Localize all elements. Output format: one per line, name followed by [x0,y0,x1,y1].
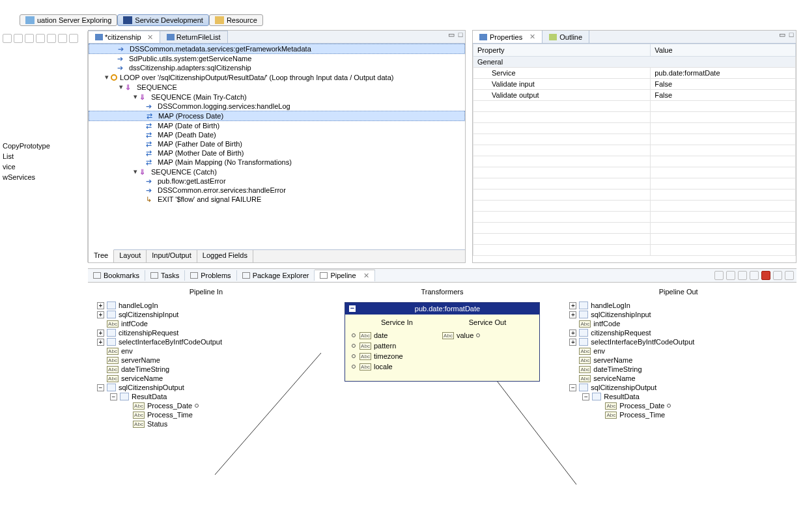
pipeline-node[interactable]: AbcintfCode [93,319,319,328]
expand-icon[interactable]: + [97,302,104,309]
tab-bookmarks[interactable]: Bookmarks [88,270,145,281]
flow-step[interactable]: ➔dssCitizenship.adapters:sqlCitizenship [89,63,465,72]
pipeline-node[interactable]: AbcserverName [93,356,319,365]
tab-io[interactable]: Input/Output [147,250,197,262]
flow-step[interactable]: ➔DSSCommon.metadata.services:getFramewor… [89,44,465,54]
col-value[interactable]: Value [651,44,796,57]
flow-step[interactable]: ▾LOOP over '/sqlCitizenshipOutput/Result… [89,72,465,82]
port-icon[interactable] [352,344,356,348]
group-general[interactable]: General [473,57,796,68]
collapse-icon[interactable]: − [349,305,356,312]
expand-icon[interactable]: − [569,384,576,391]
service-out-field[interactable]: Abcvalue [442,330,533,341]
perspective-server-exploring[interactable]: uation Server Exploring [20,14,117,26]
flow-step[interactable]: ⇄MAP (Death Date) [89,130,465,139]
pipeline-node[interactable]: AbcProcess_Time [93,410,319,419]
prop-validate-output[interactable]: Validate output [473,90,651,101]
service-in-field[interactable]: Abcpattern [352,341,442,351]
val-validate-output[interactable]: False [651,90,796,101]
service-in-field[interactable]: Abcdate [352,330,442,341]
link-icon[interactable] [714,271,724,280]
twisty-icon[interactable]: ▾ [103,73,111,81]
expand-icon[interactable]: + [569,329,576,337]
pipeline-node[interactable]: +citizenshipRequest [93,328,319,337]
service-in-field[interactable]: Abclocale [352,361,442,372]
maximize-icon[interactable]: □ [787,31,796,43]
col-property[interactable]: Property [473,44,651,57]
sidebar-item[interactable]: List [3,151,85,161]
pipeline-node[interactable]: −sqlCitizenshipOutput [565,383,791,392]
close-icon[interactable]: ✕ [363,272,369,280]
close-icon[interactable]: ✕ [147,33,153,42]
minimize-icon[interactable]: ▭ [447,31,456,43]
pipeline-node[interactable]: AbcserverName [565,356,791,365]
port-icon[interactable] [667,404,671,408]
expand-icon[interactable]: − [110,393,117,400]
maximize-icon[interactable]: □ [456,31,465,43]
port-icon[interactable] [476,333,480,337]
flow-step[interactable]: ⇄MAP (Date of Birth) [89,121,465,130]
pipeline-node[interactable]: AbcStatus [93,419,319,428]
transformer-box[interactable]: −pub.date:formatDate Service In AbcdateA… [345,302,540,382]
pipeline-node[interactable]: AbcProcess_Date [565,401,791,410]
minimize-icon[interactable]: ▭ [778,31,787,43]
tb-icon[interactable] [14,34,23,43]
pipeline-node[interactable]: +sqlCitizenshipInput [93,310,319,319]
expand-icon[interactable]: − [97,384,104,391]
flow-step[interactable]: ➔pub.flow:getLastError [89,176,465,186]
refresh-icon[interactable] [785,271,794,280]
flow-step[interactable]: ⇄MAP (Main Mapping (No Transformations) [89,158,465,167]
twisty-icon[interactable]: ▾ [117,83,125,91]
pipeline-node[interactable]: AbcProcess_Date [93,401,319,410]
expand-icon[interactable]: + [97,339,104,346]
delete-icon[interactable] [761,271,770,280]
sidebar-item[interactable]: wServices [3,172,85,182]
flow-step[interactable]: ▾⇓SEQUENCE [89,82,465,92]
tb-icon[interactable] [25,34,34,43]
expand-icon[interactable]: + [569,302,576,309]
port-icon[interactable] [352,365,356,369]
set-value-icon[interactable] [738,271,747,280]
perspective-resource[interactable]: Resource [209,14,263,26]
pipeline-node[interactable]: AbcserviceName [93,374,319,383]
tab-outline[interactable]: Outline [542,31,589,43]
pipeline-node[interactable]: +selectInterfaceByIntfCodeOutput [93,337,319,346]
tab-package-explorer[interactable]: Package Explorer [237,270,315,281]
flow-step[interactable]: ↳EXIT '$flow' and signal FAILURE [89,195,465,204]
expand-icon[interactable]: + [97,329,104,337]
val-validate-input[interactable]: False [651,79,796,90]
tab-tasks[interactable]: Tasks [145,270,185,281]
port-icon[interactable] [352,354,356,358]
pipeline-node[interactable]: AbcserviceName [565,374,791,383]
service-in-field[interactable]: Abctimezone [352,351,442,361]
expand-icon[interactable]: + [569,339,576,346]
tab-tree[interactable]: Tree [89,249,114,262]
pipeline-node[interactable]: +sqlCitizenshipInput [565,310,791,319]
flow-tree[interactable]: ➔DSSCommon.metadata.services:getFramewor… [89,44,465,249]
tab-problems[interactable]: Problems [185,270,236,281]
flow-step[interactable]: ⇄MAP (Process Date) [89,111,465,121]
pipeline-node[interactable]: AbcdateTimeString [565,365,791,374]
tb-icon[interactable] [3,34,12,43]
flow-step[interactable]: ⇄MAP (Mother Date of Birth) [89,148,465,158]
sidebar-item[interactable]: CopyPrototype [3,141,85,151]
port-icon[interactable] [195,404,199,408]
pipeline-node[interactable]: Abcenv [93,346,319,356]
val-service[interactable]: pub.date:formatDate [651,68,796,79]
tb-icon[interactable] [58,34,67,43]
twisty-icon[interactable]: ▾ [132,167,139,176]
tb-icon[interactable] [36,34,45,43]
flow-step[interactable]: ➔SdPublic.utils.system:getServiceName [89,54,465,63]
pipeline-node[interactable]: AbcintfCode [565,319,791,328]
editor-tab-citizenship[interactable]: *citizenship ✕ [89,31,160,43]
expand-icon[interactable]: + [97,311,104,318]
prop-validate-input[interactable]: Validate input [473,79,651,90]
pipeline-node[interactable]: −ResultData [565,392,791,401]
pipeline-node[interactable]: AbcProcess_Time [565,410,791,419]
pipeline-node[interactable]: Abcenv [565,346,791,356]
tb-icon[interactable] [47,34,56,43]
flow-step[interactable]: ➔DSSCommon.logging.services:handleLog [89,102,465,111]
expand-icon[interactable]: − [582,393,589,400]
pipeline-node[interactable]: AbcdateTimeString [93,365,319,374]
sidebar-item[interactable]: vice [3,161,85,172]
